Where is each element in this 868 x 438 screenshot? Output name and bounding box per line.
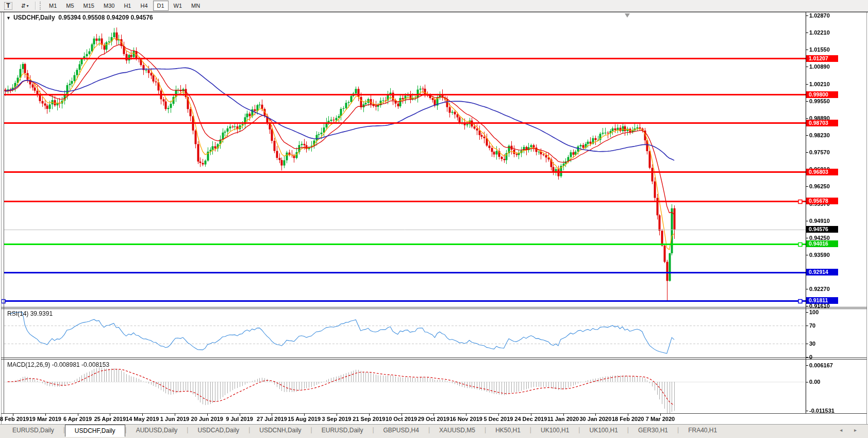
date-axis-tick: 30 Jan 2020 [580,416,612,422]
price-axis-tick: 0.93590 [809,252,830,258]
date-axis-tick: 20 Jun 2019 [191,416,223,422]
level-price-tag[interactable]: 0.92914 [806,269,838,275]
level-price-tag[interactable]: 0.98703 [806,120,838,126]
date-axis-tick: 21 Sep 2019 [353,416,385,422]
text-tool-button[interactable]: T [1,1,16,11]
chart-symbol-period: USDCHF,Daily [13,14,55,21]
chart-tab-xauusd-m5[interactable]: XAUUSD,M5 [430,425,485,435]
date-axis-tick: 16 Nov 2019 [449,416,482,422]
timeframe-button-d1[interactable]: D1 [153,1,169,11]
level-price-tag[interactable]: 1.01207 [806,55,838,62]
macd-axis-tick: -0.011531 [809,408,834,414]
text-tool-icon: T [4,2,12,10]
mt4-terminal: T ⇵ ▾ M1M5M15M30H1H4D1W1MN ▼USDCHF,Daily… [0,0,868,438]
date-axis-tick: 24 Dec 2019 [514,416,547,422]
rsi-axis-tick: 100 [809,309,819,315]
timeframe-button-m5[interactable]: M5 [62,1,78,11]
arrange-windows-button[interactable]: ⇵ ▾ [17,1,32,11]
date-axis-tick: 19 Mar 2019 [29,416,61,422]
date-axis-tick: 28 Feb 2019 [0,416,29,422]
chart-tab-fra40-h1[interactable]: FRA40,H1 [679,425,726,435]
chart-tabs: EURUSD,Daily|USDCHF,Daily|AUDUSD,Daily|U… [3,425,726,437]
price-axis-tick: 0.94250 [809,235,830,241]
date-axis-tick: 11 Jan 2020 [547,416,579,422]
price-axis-tick: 0.98230 [809,132,830,138]
date-axis-tick: 1 Jun 2019 [160,416,189,422]
date-axis-tick: 18 Feb 2020 [612,416,644,422]
chart-ohlc-values: 0.95394 0.95508 0.94209 0.94576 [58,14,153,21]
timeframe-button-h1[interactable]: H1 [120,1,135,11]
date-axis-tick: 14 May 2019 [126,416,159,422]
chart-tab-audusd-daily[interactable]: AUDUSD,Daily [127,425,187,435]
chart-tab-uk100-h1[interactable]: UK100,H1 [580,425,627,435]
level-price-tag[interactable]: 0.94016 [806,240,838,247]
toolbar-grip[interactable] [40,2,43,10]
date-axis-tick: 7 Mar 2020 [646,416,675,422]
date-axis-tick: 25 Apr 2019 [94,416,126,422]
price-axis-tick: 1.02210 [809,29,830,36]
date-axis-tick: 29 Oct 2019 [418,416,449,422]
chart-tab-bar: EURUSD,Daily|USDCHF,Daily|AUDUSD,Daily|U… [0,424,868,438]
price-axis-tick: 1.00210 [809,81,830,87]
date-axis-tick: 6 Apr 2019 [63,416,92,422]
date-axis-tick: 5 Dec 2019 [484,416,513,422]
chart-tab-eurusd-daily[interactable]: EURUSD,Daily [3,425,63,435]
macd-axis-tick: 0.006167 [809,362,833,368]
timeframe-button-m30[interactable]: M30 [99,1,119,11]
timeframe-button-m1[interactable]: M1 [45,1,61,11]
rsi-indicator-label: RSI(14) 39.9391 [7,310,53,317]
rsi-axis-tick: 0 [809,354,812,360]
chart-window-title[interactable]: ▼USDCHF,Daily 0.95394 0.95508 0.94209 0.… [6,14,153,21]
price-axis-tick: 1.00890 [809,63,830,70]
top-toolbar: T ⇵ ▾ M1M5M15M30H1H4D1W1MN [0,0,868,12]
timeframe-button-m15[interactable]: M15 [79,1,98,11]
price-chart-canvas[interactable] [0,0,868,438]
date-axis-tick: 10 Oct 2019 [386,416,417,422]
price-axis-tick: 1.01550 [809,46,830,53]
timeframe-button-h4[interactable]: H4 [136,1,152,11]
price-axis-tick: 0.99550 [809,98,830,104]
rsi-axis-tick: 70 [809,322,815,329]
macd-indicator-label: MACD(12,26,9) -0.008981 -0.008153 [7,361,109,368]
expand-triangle-icon: ▼ [6,15,11,21]
price-axis-tick: 0.94910 [809,218,830,224]
price-axis-tick: 0.96250 [809,183,830,189]
price-axis-tick: 0.92270 [809,286,830,292]
chart-tab-uk100-h1[interactable]: UK100,H1 [531,425,578,435]
macd-axis-tick: 0.00 [809,379,820,385]
price-axis-tick: 0.97570 [809,149,830,155]
date-axis-tick: 9 Jul 2019 [226,416,253,422]
timeframe-button-group: M1M5M15M30H1H4D1W1MN [44,1,205,11]
level-price-tag[interactable]: 0.96803 [806,169,838,175]
chart-tab-gbpusd-h4[interactable]: GBPUSD,H4 [374,425,428,435]
chart-tab-usdchf-daily[interactable]: USDCHF,Daily [65,425,125,437]
chart-tab-usdcnh-daily[interactable]: USDCNH,Daily [250,425,310,435]
level-price-tag[interactable]: 0.91811 [806,297,838,304]
chevron-down-icon: ▾ [27,4,29,8]
date-axis-tick: 15 Aug 2019 [288,416,321,422]
chart-tab-usdcad-daily[interactable]: USDCAD,Daily [188,425,248,435]
chart-tab-ger30-h1[interactable]: GER30,H1 [629,425,677,435]
arrange-windows-icon: ⇵ [21,3,25,9]
timeframe-button-w1[interactable]: W1 [170,1,187,11]
timeframe-button-mn[interactable]: MN [187,1,204,11]
date-axis-tick: 27 Jul 2019 [257,416,287,422]
level-price-tag[interactable]: 0.99800 [806,91,838,98]
level-price-tag[interactable]: 0.95678 [806,198,838,204]
tab-scroll-arrows[interactable]: ◂ ▸ [840,427,862,433]
rsi-axis-tick: 30 [809,340,815,347]
chart-tab-eurusd-daily[interactable]: EURUSD,Daily [312,425,373,435]
price-axis-tick: 1.02870 [809,12,830,19]
current-price-tag: 0.94576 [806,226,838,233]
toolbar-separator [35,2,36,10]
date-axis-tick: 3 Sep 2019 [322,416,352,422]
chart-tab-hk50-h1[interactable]: HK50,H1 [486,425,530,435]
